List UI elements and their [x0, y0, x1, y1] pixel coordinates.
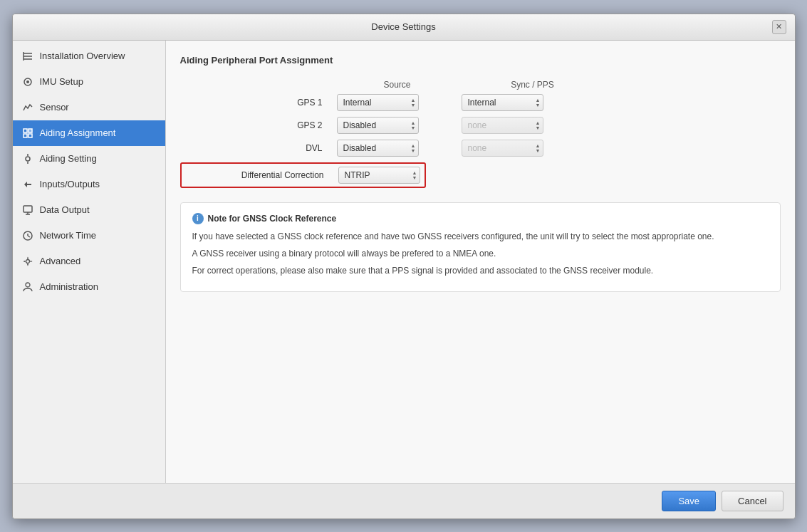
sidebar-item-network-time[interactable]: Network Time [13, 223, 165, 249]
diff-correction-label: Differential Correction [182, 170, 338, 180]
svg-line-18 [28, 236, 30, 237]
content-area: Aiding Peripheral Port Assignment Source… [166, 41, 795, 483]
io-icon [21, 178, 34, 191]
gps2-sync-select[interactable]: none Internal [462, 117, 543, 134]
aiding-icon [21, 127, 34, 140]
note-line3: For correct operations, please also make… [192, 264, 769, 277]
dvl-sync-select[interactable]: none Internal [462, 140, 543, 157]
imu-icon [21, 75, 34, 88]
sensor-icon [21, 101, 34, 114]
dvl-source-select[interactable]: Internal Disabled COM1 COM2 [337, 140, 419, 157]
sidebar-label-installation-overview: Installation Overview [40, 51, 125, 61]
sidebar-item-administration[interactable]: Administration [13, 274, 165, 300]
note-title: Note for GNSS Clock Reference [208, 214, 337, 224]
diff-correction-source-wrapper: NTRIP Disabled Internal ▲▼ [338, 167, 420, 184]
gps2-label: GPS 2 [180, 120, 337, 130]
svg-point-10 [26, 157, 30, 161]
sidebar: Installation Overview IMU Setup [13, 41, 166, 483]
gps1-sync-wrapper: Internal none ▲▼ [462, 94, 543, 111]
col-sync-label: Sync / PPS [486, 80, 579, 90]
close-button[interactable]: ✕ [772, 20, 786, 34]
cancel-button[interactable]: Cancel [722, 491, 783, 511]
gps2-row: GPS 2 Internal Disabled COM1 COM2 ▲▼ non… [180, 117, 781, 134]
dvl-label: DVL [180, 143, 337, 153]
diff-correction-source-select[interactable]: NTRIP Disabled Internal [338, 167, 420, 184]
main-area: Installation Overview IMU Setup [13, 41, 795, 483]
clock-icon [21, 229, 34, 242]
note-line2: A GNSS receiver using a binary protocol … [192, 247, 769, 260]
gear-icon [21, 255, 34, 268]
dvl-sync-wrapper: none Internal ▲▼ [462, 140, 543, 157]
dvl-row: DVL Internal Disabled COM1 COM2 ▲▼ none … [180, 140, 781, 157]
sidebar-label-data-output: Data Output [40, 204, 90, 215]
sidebar-item-inputs-outputs[interactable]: Inputs/Outputs [13, 172, 165, 197]
sidebar-item-aiding-assignment[interactable]: Aiding Assignment [13, 120, 165, 146]
gps2-sync-wrapper: none Internal ▲▼ [462, 117, 543, 134]
save-button[interactable]: Save [662, 491, 716, 511]
section-title: Aiding Peripheral Port Assignment [180, 55, 781, 66]
sidebar-label-inputs-outputs: Inputs/Outputs [40, 179, 100, 189]
sidebar-item-aiding-setting[interactable]: Aiding Setting [13, 146, 165, 172]
svg-rect-13 [24, 206, 32, 212]
note-box: i Note for GNSS Clock Reference If you h… [180, 202, 781, 292]
diff-correction-highlight: Differential Correction NTRIP Disabled I… [180, 162, 426, 188]
sidebar-item-advanced[interactable]: Advanced [13, 249, 165, 274]
svg-rect-6 [24, 129, 27, 132]
gps1-source-wrapper: Internal Disabled COM1 COM2 ▲▼ [337, 94, 419, 111]
aiding-setting-icon [21, 152, 34, 165]
dvl-source-wrapper: Internal Disabled COM1 COM2 ▲▼ [337, 140, 419, 157]
note-header: i Note for GNSS Clock Reference [192, 213, 769, 224]
sidebar-label-imu-setup: IMU Setup [40, 76, 83, 87]
gps1-source-select[interactable]: Internal Disabled COM1 COM2 [337, 94, 419, 111]
gps1-label: GPS 1 [180, 98, 337, 108]
diff-correction-row: Differential Correction NTRIP Disabled I… [180, 162, 781, 188]
svg-point-19 [26, 259, 29, 263]
sidebar-label-administration: Administration [40, 281, 98, 292]
sidebar-label-aiding-setting: Aiding Setting [40, 153, 97, 164]
list-icon [21, 50, 34, 63]
data-output-icon [21, 204, 34, 217]
info-icon: i [192, 213, 204, 224]
gps1-row: GPS 1 Internal Disabled COM1 COM2 ▲▼ Int… [180, 94, 781, 111]
svg-rect-8 [24, 134, 27, 137]
gps1-sync-select[interactable]: Internal none [462, 94, 543, 111]
svg-point-5 [26, 80, 29, 83]
column-headers: Source Sync / PPS [351, 80, 781, 90]
window-title: Device Settings [36, 21, 772, 32]
sidebar-label-sensor: Sensor [40, 102, 69, 113]
col-source-label: Source [351, 80, 444, 90]
svg-rect-7 [28, 129, 32, 132]
sidebar-label-aiding-assignment: Aiding Assignment [40, 127, 116, 138]
sidebar-item-imu-setup[interactable]: IMU Setup [13, 69, 165, 95]
note-line1: If you have selected a GNSS clock refere… [192, 230, 769, 243]
title-bar: Device Settings ✕ [13, 14, 795, 41]
sidebar-item-installation-overview[interactable]: Installation Overview [13, 43, 165, 69]
svg-point-20 [26, 283, 30, 287]
gps2-source-wrapper: Internal Disabled COM1 COM2 ▲▼ [337, 117, 419, 134]
svg-rect-9 [28, 134, 32, 137]
sidebar-label-advanced: Advanced [40, 256, 81, 266]
sidebar-item-data-output[interactable]: Data Output [13, 197, 165, 223]
footer: Save Cancel [13, 483, 795, 518]
sidebar-label-network-time: Network Time [40, 230, 96, 241]
sidebar-item-sensor[interactable]: Sensor [13, 95, 165, 120]
device-settings-window: Device Settings ✕ Installation Overview [12, 14, 796, 519]
gps2-source-select[interactable]: Internal Disabled COM1 COM2 [337, 117, 419, 134]
admin-icon [21, 281, 34, 293]
